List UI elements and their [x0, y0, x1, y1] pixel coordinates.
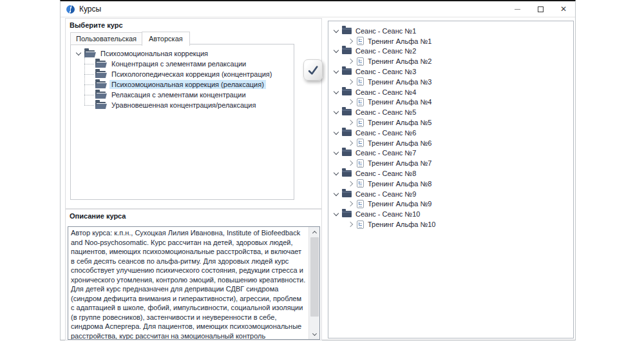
folder-icon [95, 71, 106, 78]
maximize-button[interactable] [529, 1, 552, 17]
training-file-icon [357, 159, 364, 168]
folder-icon [95, 81, 106, 88]
chevron-right-icon[interactable] [348, 38, 353, 43]
chevron-down-icon[interactable] [334, 150, 339, 155]
training-row[interactable]: Тренинг Альфа №9 [328, 199, 573, 210]
title-bar[interactable]: Курсы ✕ [61, 1, 575, 17]
folder-icon [342, 150, 352, 156]
close-button[interactable]: ✕ [552, 1, 575, 17]
sessions-tree: Сеанс - Сеанс №1 Тренинг Альфа №1 Сеанс … [328, 21, 573, 230]
training-row[interactable]: Тренинг Альфа №4 [328, 97, 573, 108]
training-row[interactable]: Тренинг Альфа №10 [328, 219, 573, 230]
folder-icon [95, 61, 106, 68]
description-groupbox: Описание курса Автор курса: к.п.н., Сухо… [65, 209, 322, 340]
chevron-right-icon[interactable] [348, 201, 353, 206]
scrollbar-track[interactable] [309, 237, 319, 329]
session-row[interactable]: Сеанс - Сеанс №2 [328, 46, 573, 57]
folder-icon [342, 170, 352, 177]
description-scrollbar[interactable] [308, 227, 319, 339]
description-title: Описание курса [66, 210, 321, 220]
tree-item-root[interactable]: Психоэмоциональная коррекция [71, 48, 294, 59]
training-row[interactable]: Тренинг Альфа №5 [328, 117, 573, 128]
description-text: Автор курса: к.п.н., Сухоцкая Лилия Иван… [68, 227, 308, 339]
chevron-right-icon[interactable] [348, 222, 353, 227]
chevron-down-icon[interactable] [334, 68, 339, 74]
chevron-right-icon[interactable] [348, 181, 353, 186]
folder-icon [342, 28, 352, 34]
training-row[interactable]: Тренинг Альфа №6 [328, 138, 573, 148]
sessions-panel: Сеанс - Сеанс №1 Тренинг Альфа №1 Сеанс … [328, 21, 574, 338]
tree-item[interactable]: Релаксация с элементами концентрации [84, 90, 294, 100]
folder-icon [342, 211, 352, 217]
course-select-groupbox: Выберите курс Пользовательская Авторская… [65, 18, 322, 209]
chevron-down-icon[interactable] [334, 170, 339, 175]
window-title: Курсы [79, 5, 101, 14]
session-row[interactable]: Сеанс - Сеанс №7 [328, 148, 573, 159]
tab-author-courses[interactable]: Авторская [142, 32, 190, 46]
session-row[interactable]: Сеанс - Сеанс №8 [328, 168, 573, 179]
training-file-icon [357, 98, 364, 106]
chevron-right-icon[interactable] [348, 59, 353, 64]
folder-icon [342, 68, 352, 75]
tree-item[interactable]: Концентрация с элементами релаксации [84, 59, 294, 69]
minimize-button[interactable] [506, 1, 529, 17]
tree-item[interactable]: Психологопедическая коррекция (концентра… [84, 69, 294, 79]
training-row[interactable]: Тренинг Альфа №7 [328, 158, 573, 168]
training-file-icon [357, 37, 364, 45]
chevron-down-icon[interactable] [334, 109, 339, 114]
tab-user-courses[interactable]: Пользовательская [70, 32, 142, 45]
folder-icon [342, 109, 352, 115]
session-row[interactable]: Сеанс - Сеанс №5 [328, 107, 573, 117]
scrollbar-thumb[interactable] [310, 237, 319, 317]
screen: Курсы ✕ Выберите курс Пользовательская А… [0, 0, 644, 343]
tree-item-selected[interactable]: Психоэмоциональная коррекция (релаксация… [84, 79, 294, 90]
folder-icon [342, 89, 352, 95]
description-textbox[interactable]: Автор курса: к.п.н., Сухоцкая Лилия Иван… [68, 226, 320, 340]
course-tabs: Пользовательская Авторская [70, 32, 189, 45]
training-row[interactable]: Тренинг Альфа №2 [328, 56, 573, 66]
scroll-up-button[interactable] [309, 227, 319, 237]
chevron-down-icon[interactable] [334, 211, 339, 216]
folder-icon [95, 92, 106, 99]
training-file-icon [357, 179, 364, 188]
training-file-icon [357, 220, 364, 229]
session-row[interactable]: Сеанс - Сеанс №3 [328, 66, 573, 77]
session-row[interactable]: Сеанс - Сеанс №9 [328, 189, 573, 199]
chevron-up-icon [312, 230, 316, 235]
training-row[interactable]: Тренинг Альфа №8 [328, 179, 573, 189]
chevron-right-icon[interactable] [348, 79, 353, 84]
training-row[interactable]: Тренинг Альфа №3 [328, 77, 573, 87]
courses-window: Курсы ✕ Выберите курс Пользовательская А… [60, 0, 576, 340]
training-file-icon [357, 77, 364, 86]
chevron-down-icon[interactable] [76, 50, 81, 55]
tree-guide-line [84, 57, 85, 105]
minimize-icon [515, 9, 520, 10]
training-file-icon [357, 57, 364, 66]
session-row[interactable]: Сеанс - Сеанс №4 [328, 87, 573, 97]
folder-icon [342, 191, 352, 197]
chevron-right-icon[interactable] [348, 161, 353, 166]
training-file-icon [357, 119, 364, 127]
close-icon: ✕ [560, 5, 567, 14]
tree-item[interactable]: Уравновешенная концентрация/релаксация [84, 100, 294, 110]
course-tree: Психоэмоциональная коррекция Концентраци… [71, 44, 294, 110]
course-tree-panel: Психоэмоциональная коррекция Концентраци… [70, 44, 294, 200]
chevron-right-icon[interactable] [348, 140, 353, 145]
chevron-down-icon[interactable] [334, 48, 339, 53]
chevron-down-icon[interactable] [334, 130, 339, 135]
folder-icon [95, 102, 106, 109]
training-file-icon [357, 139, 364, 147]
chevron-right-icon[interactable] [348, 99, 353, 104]
session-row[interactable]: Сеанс - Сеанс №1 [328, 26, 573, 36]
chevron-down-icon[interactable] [334, 28, 339, 33]
training-row[interactable]: Тренинг Альфа №1 [328, 36, 573, 46]
confirm-course-button[interactable] [303, 59, 323, 81]
session-row[interactable]: Сеанс - Сеанс №10 [328, 209, 573, 219]
scroll-down-button[interactable] [309, 329, 319, 339]
course-select-title: Выберите курс [66, 19, 321, 29]
chevron-down-icon[interactable] [334, 88, 339, 93]
folder-icon [342, 130, 352, 136]
session-row[interactable]: Сеанс - Сеанс №6 [328, 128, 573, 138]
chevron-right-icon[interactable] [348, 120, 353, 125]
chevron-down-icon[interactable] [334, 190, 339, 195]
